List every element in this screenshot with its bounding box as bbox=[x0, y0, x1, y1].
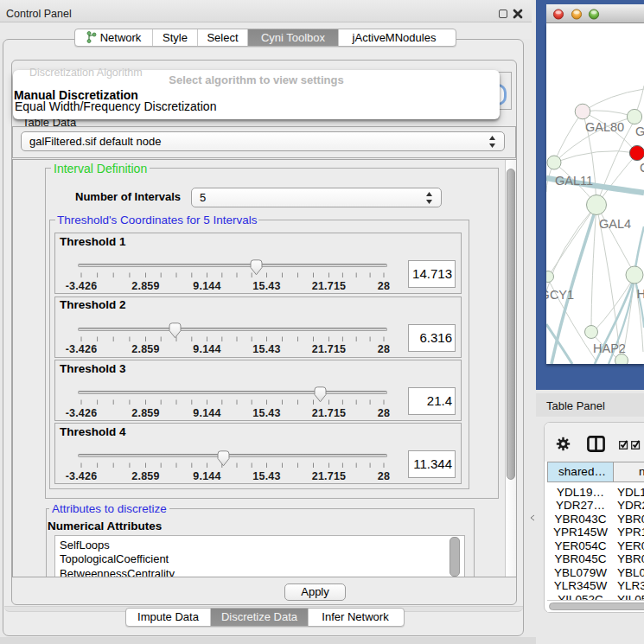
svg-text:GAL80: GAL80 bbox=[585, 120, 624, 134]
svg-text:GA: GA bbox=[635, 124, 644, 138]
svg-text:GAL11: GAL11 bbox=[555, 174, 593, 188]
svg-text:GAL4: GAL4 bbox=[599, 217, 631, 231]
svg-text:GCY1: GCY1 bbox=[546, 288, 574, 302]
svg-text:C: C bbox=[640, 161, 644, 175]
svg-text:HE: HE bbox=[636, 287, 644, 301]
svg-text:HAP2: HAP2 bbox=[593, 341, 626, 355]
